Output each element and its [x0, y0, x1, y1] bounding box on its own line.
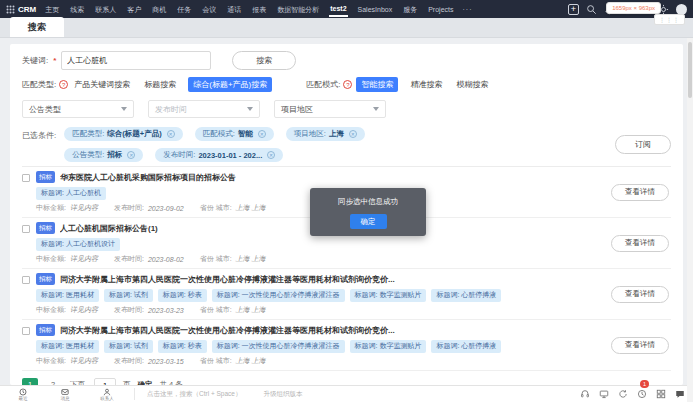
upgrade-link[interactable]: 升级组织版本 [263, 390, 302, 399]
nav-item-9[interactable]: 报表 [251, 1, 267, 18]
scrollbar-thumb[interactable] [688, 42, 692, 98]
radio-option[interactable]: 产品关键词搜索 [72, 78, 132, 91]
radio-option[interactable]: 模糊搜索 [454, 78, 490, 91]
time-label: 发布时间: [114, 254, 144, 264]
vertical-scrollbar[interactable] [687, 38, 693, 402]
page-jump-input[interactable] [94, 378, 116, 385]
help-icon[interactable]: ? [59, 80, 68, 89]
condition-tag: 发布时间:2023-01-01 - 202... ✕ [155, 148, 283, 162]
condition-label: 匹配类型: [72, 129, 104, 139]
nav-item-11[interactable]: test2 [329, 1, 347, 17]
clock-icon [19, 388, 27, 396]
radio-option[interactable]: 智能搜索 [356, 77, 398, 92]
filter-dropdown[interactable]: 发布时间 [148, 100, 260, 118]
page-buttons: 12 [22, 378, 61, 385]
title-keyword-tag: 标题词: 秒表 [158, 289, 207, 302]
filter-dropdown[interactable]: 公告类型 [22, 100, 134, 118]
tab-strip: 搜索 [0, 18, 693, 38]
nav-item-13[interactable]: 服务 [402, 1, 418, 18]
nav-overflow-button[interactable]: ··· [463, 6, 473, 13]
result-title[interactable]: 同济大学附属上海市第四人民医院一次性使用心脏冷停搏液灌注器等医用耗材和试剂询价竞… [60, 274, 395, 285]
title-keyword-tag: 标题词: 医用耗材 [36, 289, 99, 302]
remove-tag-icon[interactable]: ✕ [267, 151, 275, 159]
remove-tag-icon[interactable]: ✕ [127, 151, 135, 159]
global-search-hint[interactable]: 点击这里，搜索（Ctrl + Space） [147, 390, 241, 399]
search-button[interactable]: 搜索 [232, 51, 296, 70]
view-detail-button[interactable]: 查看详情 [611, 286, 669, 303]
page-number-button[interactable]: 1 [22, 378, 38, 385]
condition-label: 匹配模式: [203, 129, 235, 139]
view-detail-button[interactable]: 查看详情 [611, 337, 669, 354]
nav-item-3[interactable]: 联系人 [94, 1, 117, 18]
contacts-button[interactable]: 联系人 [92, 388, 122, 401]
bid-type-badge: 招标 [36, 324, 55, 336]
user-avatar[interactable] [676, 4, 687, 15]
time-label: 发布时间: [114, 356, 144, 366]
title-keyword-tag: 标题词: 试剂 [104, 340, 153, 353]
remove-tag-icon[interactable]: ✕ [258, 130, 266, 138]
nav-item-1[interactable]: 主页 [44, 1, 60, 18]
title-keyword-tag: 标题词: 人工心脏机 [36, 187, 106, 200]
radio-option[interactable]: 综合(标题+产品)搜索 [188, 77, 272, 92]
tab-search[interactable]: 搜索 [10, 17, 64, 37]
monitor-icon[interactable] [599, 389, 609, 399]
page-number-button[interactable]: 2 [45, 378, 61, 385]
region-label: 省份 城市: [200, 203, 232, 213]
nav-item-2[interactable]: 线索 [69, 1, 85, 18]
condition-tags: 匹配类型:综合(标题+产品) ✕ 匹配模式:智能 ✕ 项目地区:上海 ✕ 公告类… [64, 127, 394, 162]
search-icon[interactable] [586, 4, 597, 15]
help-icon[interactable]: ? [343, 80, 352, 89]
keyword-input[interactable] [61, 51, 211, 70]
crm-logo[interactable]: CRM [6, 5, 36, 14]
chevron-down-icon [121, 107, 127, 111]
headset-icon[interactable] [580, 389, 590, 399]
result-tags: 标题词: 医用耗材标题词: 试剂标题词: 秒表标题词: 一次性使用心脏冷停搏液灌… [36, 289, 605, 302]
radio-option[interactable]: 标题搜索 [142, 78, 178, 91]
nav-item-6[interactable]: 任务 [176, 1, 192, 18]
title-keyword-tag: 标题词: 人工心脏机设计 [36, 238, 120, 251]
notification-badge: 1 [640, 380, 649, 388]
apps-grid-icon[interactable] [656, 389, 666, 399]
dropdown-label: 发布时间 [155, 104, 187, 115]
create-new-button[interactable]: + [568, 4, 579, 15]
filter-dropdown[interactable]: 项目地区 [274, 100, 386, 118]
title-keyword-tag: 标题词: 秒表 [158, 340, 207, 353]
condition-label: 项目地区: [294, 129, 326, 139]
recent-items-button[interactable]: 最近 [8, 388, 38, 401]
result-tags: 标题词: 人工心脏机设计 [36, 238, 605, 251]
clock-icon[interactable] [637, 389, 647, 399]
nav-item-10[interactable]: 数据智能分析 [276, 1, 320, 18]
remove-tag-icon[interactable]: ✕ [349, 130, 357, 138]
nav-item-12[interactable]: SalesInbox [357, 2, 394, 16]
refresh-icon[interactable] [618, 389, 628, 399]
nav-item-7[interactable]: 会议 [201, 1, 217, 18]
remove-tag-icon[interactable]: ✕ [167, 130, 175, 138]
view-detail-button[interactable]: 查看详情 [611, 184, 669, 201]
row-checkbox[interactable] [22, 327, 30, 335]
sync-success-toast: 同步选中信息成功 确定 [310, 188, 426, 236]
view-detail-button[interactable]: 查看详情 [611, 235, 669, 252]
condition-value: 2023-01-01 - 202... [198, 151, 262, 160]
subscribe-button[interactable]: 订阅 [615, 135, 671, 154]
nav-item-4[interactable]: 客户 [126, 1, 142, 18]
row-checkbox[interactable] [22, 276, 30, 284]
row-checkbox[interactable] [22, 174, 30, 182]
result-title[interactable]: 人工心脏机国际招标公告(1) [60, 223, 158, 234]
nav-item-8[interactable]: 通话 [226, 1, 242, 18]
nav-item-5[interactable]: 商机 [151, 1, 167, 18]
messages-button[interactable]: 消息 [50, 388, 80, 401]
row-checkbox[interactable] [22, 225, 30, 233]
region-value: 上海 上海 [236, 254, 266, 264]
toast-confirm-button[interactable]: 确定 [350, 214, 387, 229]
result-title[interactable]: 华东医院人工心脏机采购国际招标项目的招标公告 [60, 172, 236, 183]
result-title[interactable]: 同济大学附属上海市第四人民医院一次性使用心脏冷停搏液灌注器等医用耗材和试剂询价竞… [60, 325, 395, 336]
recent-label: 最近 [19, 396, 28, 401]
region-label: 省份 城市: [200, 254, 232, 264]
next-page-button[interactable]: 下页 [68, 378, 87, 385]
toast-message: 同步选中信息成功 [316, 197, 420, 207]
time-label: 发布时间: [114, 203, 144, 213]
condition-value: 上海 [329, 129, 344, 139]
radio-option[interactable]: 精准搜索 [408, 78, 444, 91]
chat-icon[interactable] [675, 389, 685, 399]
nav-item-14[interactable]: Projects [427, 2, 454, 16]
